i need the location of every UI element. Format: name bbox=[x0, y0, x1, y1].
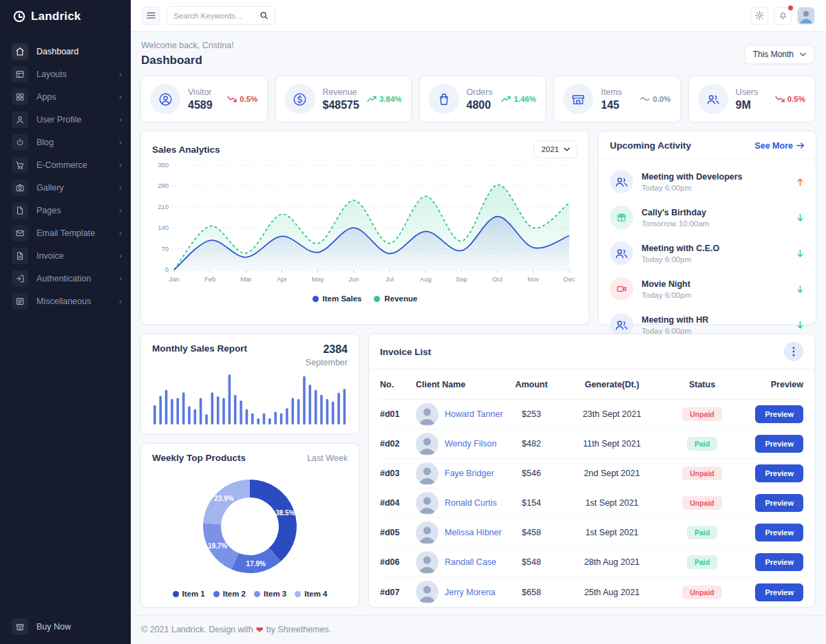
client-name-link[interactable]: Melissa Hibner bbox=[445, 528, 502, 537]
stats-row: Visitor 4589 0.5% Revenue $48575 3.84% O… bbox=[141, 76, 814, 122]
period-select[interactable]: This Month bbox=[745, 45, 814, 64]
heart-icon: ❤ bbox=[256, 625, 264, 635]
invoice-date: 25th Aug 2021 bbox=[560, 588, 664, 597]
svg-text:Sep: Sep bbox=[456, 275, 467, 283]
client-name-link[interactable]: Ronald Curtis bbox=[445, 498, 497, 508]
client-name-link[interactable]: Wendy Filson bbox=[445, 439, 497, 449]
status-badge: Unpaid bbox=[682, 496, 722, 510]
invoice-date: 23th Sept 2021 bbox=[560, 409, 664, 419]
invoice-list-card: Invoice List No. Client Name Amount Gene… bbox=[369, 334, 814, 607]
pie-legend-item-item-2[interactable]: Item 2 bbox=[213, 590, 246, 598]
year-select[interactable]: 2021 bbox=[533, 140, 578, 158]
sidebar: Landrick Dashboard Layouts › Apps › User… bbox=[0, 0, 131, 644]
search-icon[interactable] bbox=[260, 11, 268, 20]
sidebar-item-e-commerce[interactable]: E-Commerce › bbox=[0, 153, 131, 176]
pie-legend-item-item-3[interactable]: Item 3 bbox=[254, 590, 286, 598]
svg-text:0: 0 bbox=[165, 266, 169, 273]
stat-value: $48575 bbox=[323, 99, 359, 111]
stat-trend: 0.0% bbox=[640, 95, 670, 103]
activity-title: Meeting with C.E.O bbox=[642, 244, 719, 253]
legend-item-item-sales[interactable]: Item Sales bbox=[313, 294, 362, 303]
chevron-down-icon bbox=[564, 147, 570, 151]
sidebar-item-pages[interactable]: Pages › bbox=[0, 199, 131, 222]
client-name-link[interactable]: Faye Bridger bbox=[445, 469, 494, 478]
preview-button[interactable]: Preview bbox=[755, 405, 803, 423]
sidebar-item-email-template[interactable]: Email Template › bbox=[0, 222, 131, 244]
gear-icon bbox=[754, 10, 765, 21]
brand-name: Landrick bbox=[31, 10, 81, 23]
sidebar-item-invoice[interactable]: Invoice › bbox=[0, 244, 131, 267]
sidebar-item-user-profile[interactable]: User Profile › bbox=[0, 108, 131, 131]
arrow-down-icon[interactable] bbox=[796, 285, 805, 294]
chevron-right-icon: › bbox=[119, 206, 122, 215]
preview-button[interactable]: Preview bbox=[755, 583, 803, 601]
invoice-menu-button[interactable] bbox=[784, 342, 803, 361]
brand-logo[interactable]: Landrick bbox=[0, 0, 131, 33]
sidebar-item-layouts[interactable]: Layouts › bbox=[0, 63, 131, 85]
search-input[interactable] bbox=[173, 12, 255, 20]
preview-button[interactable]: Preview bbox=[755, 464, 803, 482]
svg-text:38.5%: 38.5% bbox=[275, 509, 295, 517]
notification-badge bbox=[788, 6, 793, 10]
hamburger-menu-button[interactable] bbox=[142, 7, 160, 25]
arrow-down-icon[interactable] bbox=[796, 213, 805, 222]
notifications-button[interactable] bbox=[774, 7, 792, 25]
pie-legend-item-item-4[interactable]: Item 4 bbox=[295, 590, 327, 598]
invoice-no: #d03 bbox=[380, 469, 416, 478]
preview-button[interactable]: Preview bbox=[755, 524, 803, 541]
store-icon bbox=[563, 84, 593, 114]
see-more-link[interactable]: See More bbox=[754, 141, 805, 151]
svg-text:210: 210 bbox=[158, 203, 169, 211]
video-icon bbox=[610, 277, 633, 301]
preview-button[interactable]: Preview bbox=[755, 553, 803, 571]
sales-analytics-card: Sales Analytics 2021 350 280 210 140 70 … bbox=[141, 131, 589, 324]
invoice-no: #d04 bbox=[380, 498, 416, 508]
home-icon bbox=[12, 43, 28, 60]
chevron-right-icon: › bbox=[119, 297, 122, 305]
chevron-right-icon: › bbox=[119, 228, 122, 237]
sidebar-item-miscellaneous[interactable]: Miscellaneous › bbox=[0, 290, 131, 312]
chevron-right-icon: › bbox=[119, 92, 122, 101]
sidebar-nav: Dashboard Layouts › Apps › User Profile … bbox=[0, 33, 131, 312]
svg-text:Aug: Aug bbox=[420, 275, 432, 283]
arrow-up-icon[interactable] bbox=[796, 178, 805, 186]
arrow-down-icon[interactable] bbox=[796, 321, 805, 330]
sidebar-item-label: Pages bbox=[36, 206, 111, 215]
invoice-amount: $154 bbox=[503, 498, 560, 508]
invoice-date: 1st Sept 2021 bbox=[560, 528, 664, 537]
sidebar-item-authentication[interactable]: Authentication › bbox=[0, 267, 131, 290]
activity-item-meeting-with-developers: Meeting with Developers Today 6:00pm bbox=[610, 164, 805, 200]
svg-text:Dec: Dec bbox=[564, 275, 575, 283]
settings-button[interactable] bbox=[750, 7, 768, 25]
buy-now-button[interactable]: Buy Now bbox=[0, 615, 131, 638]
user-avatar[interactable] bbox=[797, 7, 815, 25]
sidebar-item-dashboard[interactable]: Dashboard bbox=[0, 40, 131, 63]
sidebar-item-gallery[interactable]: Gallery › bbox=[0, 176, 131, 199]
cart-icon bbox=[12, 157, 28, 173]
activity-title: Movie Night bbox=[642, 279, 691, 289]
pie-legend-item-item-1[interactable]: Item 1 bbox=[173, 590, 205, 598]
sidebar-item-apps[interactable]: Apps › bbox=[0, 85, 131, 108]
invoice-amount: $458 bbox=[503, 528, 560, 537]
legend-item-revenue[interactable]: Revenue bbox=[374, 294, 417, 303]
arrow-down-icon[interactable] bbox=[796, 249, 805, 258]
page-footer: © 2021 Landrick. Design with ❤ by Shreet… bbox=[131, 615, 826, 643]
col-preview: Preview bbox=[740, 380, 803, 389]
invoice-amount: $253 bbox=[503, 409, 560, 419]
stat-trend: 0.5% bbox=[227, 95, 257, 103]
svg-text:May: May bbox=[312, 275, 324, 283]
period-select-value: This Month bbox=[753, 50, 794, 59]
preview-button[interactable]: Preview bbox=[755, 435, 803, 453]
invoice-list-title: Invoice List bbox=[380, 347, 431, 357]
client-name-link[interactable]: Randall Case bbox=[445, 557, 496, 567]
client-avatar bbox=[416, 433, 438, 455]
client-name-link[interactable]: Howard Tanner bbox=[445, 409, 503, 419]
dollar-circle-icon bbox=[285, 84, 315, 114]
activity-time: Tomorrow 10:00am bbox=[642, 219, 709, 228]
sidebar-item-blog[interactable]: Blog › bbox=[0, 131, 131, 153]
invoice-no: #d01 bbox=[380, 409, 416, 419]
preview-button[interactable]: Preview bbox=[755, 494, 803, 512]
search-box[interactable] bbox=[167, 6, 275, 25]
status-badge: Paid bbox=[687, 437, 717, 451]
client-name-link[interactable]: Jerry Morena bbox=[445, 588, 496, 597]
